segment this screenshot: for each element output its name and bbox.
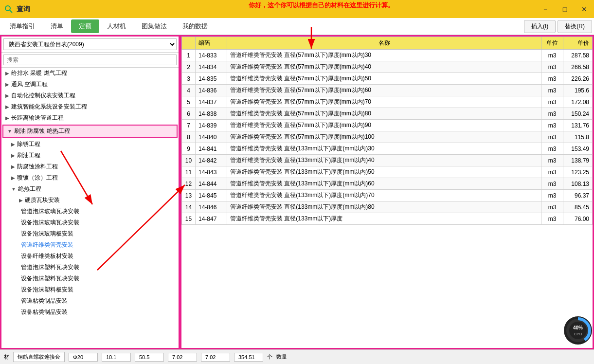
price-table-dropdown[interactable]: 陕西省安装工程价目表(2009) bbox=[3, 38, 177, 50]
tree-item[interactable]: ▶喷镀（涂）工程 bbox=[1, 172, 179, 183]
cell-unit: m3 bbox=[541, 213, 563, 225]
cell-name: 管道纤维类管壳安装 直径(57mm以下)厚度(mm以内)40 bbox=[227, 61, 541, 73]
replace-button[interactable]: 替换(R) bbox=[558, 20, 592, 33]
table-row[interactable]: 15 14-847 管道纤维类管壳安装 直径(133mm以下)厚度 m3 76.… bbox=[182, 213, 593, 225]
tree-item[interactable]: 管道粘类制品安装 bbox=[1, 295, 179, 307]
svg-line-1 bbox=[10, 10, 12, 13]
cell-num: 12 bbox=[182, 178, 196, 190]
tree-arrow-icon: ▶ bbox=[19, 198, 23, 203]
tree-item[interactable]: ▶除锈工程 bbox=[1, 139, 179, 150]
cell-name: 管道纤维类管壳安装 直径(133mm以下)厚度(mm以内)70 bbox=[227, 190, 541, 201]
table-row[interactable]: 12 14-844 管道纤维类管壳安装 直径(133mm以下)厚度(mm以内)6… bbox=[182, 178, 593, 190]
tree-item[interactable]: 管道泡沫塑料瓦块安装 bbox=[1, 262, 179, 273]
tree-item-label: 刷油 防腐蚀 绝热工程 bbox=[14, 127, 70, 135]
menu-dinge[interactable]: 定额 bbox=[71, 19, 99, 33]
bottom-cell-v2: 50.5 bbox=[135, 353, 164, 362]
cell-name: 管道纤维类管壳安装 直径(57mm以下)厚度(mm以内)90 bbox=[227, 120, 541, 131]
tree-item[interactable]: 设备泡沫塑料瓦块安装 bbox=[1, 273, 179, 284]
table-row[interactable]: 6 14-838 管道纤维类管壳安装 直径(57mm以下)厚度(mm以内)80 … bbox=[182, 108, 593, 120]
insert-button[interactable]: 插入(I) bbox=[524, 20, 556, 33]
window-title: 查询 bbox=[17, 5, 30, 14]
tree-item[interactable]: ▶防腐蚀涂料工程 bbox=[1, 161, 179, 172]
cell-unit: m3 bbox=[541, 190, 563, 201]
tree-item[interactable]: ▶硬质瓦块安装 bbox=[1, 195, 179, 206]
minimize-button[interactable]: － bbox=[536, 0, 555, 18]
tree-arrow-icon: ▶ bbox=[11, 153, 15, 158]
tree-arrow-icon: ▼ bbox=[7, 128, 12, 134]
tree-item[interactable]: ▶建筑智能化系统设备安装工程 bbox=[1, 101, 179, 112]
cell-price: 172.08 bbox=[563, 96, 593, 108]
table-row[interactable]: 13 14-845 管道纤维类管壳安装 直径(133mm以下)厚度(mm以内)7… bbox=[182, 190, 593, 201]
cell-price: 287.58 bbox=[563, 50, 593, 61]
cell-unit: m3 bbox=[541, 166, 563, 178]
cell-unit: m3 bbox=[541, 178, 563, 190]
cpu-label: CPU bbox=[574, 332, 582, 336]
tree-item[interactable]: 设备粘类制品安装 bbox=[1, 307, 179, 318]
table-row[interactable]: 5 14-837 管道纤维类管壳安装 直径(57mm以下)厚度(mm以内)70 … bbox=[182, 96, 593, 108]
cell-code: 14-840 bbox=[196, 131, 227, 143]
cell-num: 4 bbox=[182, 85, 196, 96]
cell-unit: m3 bbox=[541, 143, 563, 155]
tree-item[interactable]: ▶刷油工程 bbox=[1, 150, 179, 161]
menu-rencaiji[interactable]: 人材机 bbox=[99, 19, 134, 33]
cell-unit: m3 bbox=[541, 108, 563, 120]
menu-wodeshuju[interactable]: 我的数据 bbox=[175, 19, 216, 33]
cell-code: 14-839 bbox=[196, 120, 227, 131]
cell-price: 131.76 bbox=[563, 120, 593, 131]
cell-num: 1 bbox=[182, 50, 196, 61]
menu-qingdan[interactable]: 清单 bbox=[43, 19, 71, 33]
cell-unit: m3 bbox=[541, 61, 563, 73]
bottom-cell-v4: 7.02 bbox=[201, 353, 230, 362]
main-area: 陕西省安装工程价目表(2009) ▶给排水 采暖 燃气工程▶通风 空调工程▶自动… bbox=[0, 35, 594, 349]
tree-item[interactable]: 设备泡沫玻璃板安装 bbox=[1, 228, 179, 239]
close-button[interactable]: ✕ bbox=[575, 0, 594, 18]
cell-name: 管道纤维类管壳安装 直径(57mm以下)厚度(mm以内)30 bbox=[227, 50, 541, 61]
cell-price: 96.37 bbox=[563, 190, 593, 201]
cell-name: 管道纤维类管壳安装 直径(133mm以下)厚度 bbox=[227, 213, 541, 225]
cell-code: 14-833 bbox=[196, 50, 227, 61]
tree-item[interactable]: ▼刷油 防腐蚀 绝热工程 bbox=[2, 125, 178, 138]
bottom-label-material: 材 bbox=[4, 353, 9, 361]
tree-item[interactable]: ▶长距离输送管道工程 bbox=[1, 112, 179, 124]
menu-qingdanzj[interactable]: 清单指引 bbox=[2, 19, 43, 33]
tree-item[interactable]: 管道纤维类管壳安装 bbox=[1, 239, 179, 251]
table-row[interactable]: 8 14-840 管道纤维类管壳安装 直径(57mm以下)厚度(mm以内)100… bbox=[182, 131, 593, 143]
search-input[interactable] bbox=[3, 55, 177, 65]
tree-item[interactable]: ▶自动化控制仪表安装工程 bbox=[1, 90, 179, 101]
table-row[interactable]: 1 14-833 管道纤维类管壳安装 直径(57mm以下)厚度(mm以内)30 … bbox=[182, 50, 593, 61]
tree-arrow-icon: ▶ bbox=[5, 104, 9, 109]
tree-item[interactable]: ▶通风 空调工程 bbox=[1, 79, 179, 90]
cell-name: 管道纤维类管壳安装 直径(57mm以下)厚度(mm以内)80 bbox=[227, 108, 541, 120]
cell-code: 14-837 bbox=[196, 96, 227, 108]
table-row[interactable]: 4 14-836 管道纤维类管壳安装 直径(57mm以下)厚度(mm以内)60 … bbox=[182, 85, 593, 96]
tree-item-label: 刷油工程 bbox=[17, 151, 40, 160]
maximize-button[interactable]: □ bbox=[555, 0, 575, 18]
table-row[interactable]: 3 14-835 管道纤维类管壳安装 直径(57mm以下)厚度(mm以内)50 … bbox=[182, 73, 593, 85]
tree-item-label: 管道纤维类管壳安装 bbox=[21, 241, 73, 249]
table-row[interactable]: 9 14-841 管道纤维类管壳安装 直径(133mm以下)厚度(mm以内)30… bbox=[182, 143, 593, 155]
table-row[interactable]: 2 14-834 管道纤维类管壳安装 直径(57mm以下)厚度(mm以内)40 … bbox=[182, 61, 593, 73]
tree-item-label: 给排水 采暖 燃气工程 bbox=[11, 69, 67, 77]
tree-item[interactable]: ▼绝热工程 bbox=[1, 183, 179, 195]
tree-arrow-icon: ▶ bbox=[11, 142, 15, 147]
menu-tujizuofa[interactable]: 图集做法 bbox=[134, 19, 175, 33]
cell-num: 11 bbox=[182, 166, 196, 178]
tree-item[interactable]: 设备纤维类板材安装 bbox=[1, 251, 179, 262]
cell-unit: m3 bbox=[541, 155, 563, 166]
cell-num: 6 bbox=[182, 108, 196, 120]
table-row[interactable]: 7 14-839 管道纤维类管壳安装 直径(57mm以下)厚度(mm以内)90 … bbox=[182, 120, 593, 131]
tree-item[interactable]: 设备泡沫塑料板安装 bbox=[1, 284, 179, 295]
cell-unit: m3 bbox=[541, 201, 563, 213]
table-row[interactable]: 14 14-846 管道纤维类管壳安装 直径(133mm以下)厚度(mm以内)8… bbox=[182, 201, 593, 213]
search-area bbox=[1, 53, 179, 68]
tree-item-label: 设备泡沫玻璃瓦块安装 bbox=[21, 218, 79, 227]
cell-name: 管道纤维类管壳安装 直径(133mm以下)厚度(mm以内)50 bbox=[227, 166, 541, 178]
tree-item[interactable]: 管道泡沫玻璃瓦块安装 bbox=[1, 206, 179, 217]
tree-item[interactable]: ▶给排水 采暖 燃气工程 bbox=[1, 68, 179, 79]
bottom-label-unit: 个 bbox=[267, 353, 272, 361]
tree-item[interactable]: 设备泡沫玻璃瓦块安装 bbox=[1, 217, 179, 228]
svg-point-0 bbox=[5, 6, 10, 11]
table-row[interactable]: 10 14-842 管道纤维类管壳安装 直径(133mm以下)厚度(mm以内)4… bbox=[182, 155, 593, 166]
table-row[interactable]: 11 14-843 管道纤维类管壳安装 直径(133mm以下)厚度(mm以内)5… bbox=[182, 166, 593, 178]
cell-code: 14-844 bbox=[196, 178, 227, 190]
